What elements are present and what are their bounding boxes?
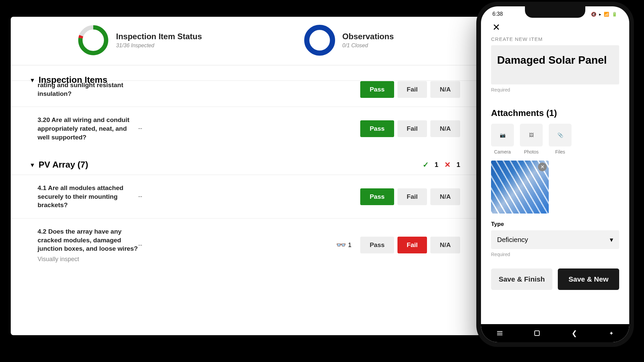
files-button[interactable]: 📎 Files [549, 124, 572, 155]
back-icon[interactable]: ❮ [572, 329, 577, 337]
observations-title: Observations [342, 32, 394, 41]
item-title-text: Damaged Solar Panel [497, 54, 613, 66]
question-text: rating and sunlight resistant insulation… [38, 81, 138, 98]
observation-indicator[interactable]: 👓 1 [336, 240, 352, 250]
create-item-label: CREATE NEW ITEM [491, 36, 619, 42]
na-button[interactable]: N/A [430, 237, 460, 253]
fail-count: 1 [457, 161, 460, 169]
pass-count: 1 [435, 161, 438, 169]
recents-icon[interactable] [497, 331, 502, 335]
fail-button[interactable]: Fail [397, 188, 427, 205]
camera-icon: 📷 [500, 132, 505, 138]
close-icon[interactable]: ✕ [491, 20, 501, 34]
save-finish-button[interactable]: Save & Finish [491, 268, 552, 290]
inspection-status-donut [78, 25, 109, 56]
row-dash: -- [138, 242, 178, 249]
home-icon[interactable] [534, 330, 540, 336]
android-navbar: ❮ ✦ [481, 324, 629, 342]
phone-notch [525, 6, 585, 18]
row-dash: -- [138, 125, 178, 132]
na-button[interactable]: N/A [430, 188, 460, 205]
observations-donut [304, 25, 335, 56]
section-title: PV Array (7) [39, 160, 88, 170]
x-icon: ✕ [444, 161, 450, 169]
required-label: Required [491, 87, 619, 93]
inspection-row: 4.2 Does the array have any cracked modu… [11, 218, 480, 272]
image-icon: 🖼 [529, 132, 534, 138]
question-text: 4.2 Does the array have any cracked modu… [38, 227, 138, 253]
type-label: Type [491, 221, 619, 228]
inspection-panel: Inspection Item Status 31/36 Inspected O… [11, 17, 480, 335]
inspection-row: 3.20 Are all wiring and conduit appropri… [11, 107, 480, 150]
type-select[interactable]: Deficiency ▾ [491, 230, 619, 249]
inspection-status-block: Inspection Item Status 31/36 Inspected [78, 25, 202, 56]
photos-button[interactable]: 🖼 Photos [520, 124, 543, 155]
accessibility-icon[interactable]: ✦ [609, 330, 613, 337]
na-button[interactable]: N/A [430, 120, 460, 137]
inspection-row: 4.1 Are all modules attached securely to… [11, 175, 480, 218]
item-title-input[interactable]: Damaged Solar Panel [491, 45, 619, 84]
pass-button[interactable]: Pass [360, 237, 394, 253]
inspection-status-title: Inspection Item Status [116, 32, 202, 41]
required-label: Required [491, 252, 619, 257]
svg-point-3 [307, 27, 332, 53]
pass-button[interactable]: Pass [360, 120, 394, 137]
observation-count: 1 [348, 241, 352, 249]
paperclip-icon: 📎 [557, 132, 563, 138]
observations-block: Observations 0/1 Closed [304, 25, 394, 56]
chevron-down-icon: ▾ [31, 76, 34, 84]
na-button[interactable]: N/A [430, 81, 460, 98]
checkmark-icon: ✓ [423, 161, 429, 169]
pass-button[interactable]: Pass [360, 81, 394, 98]
inspection-status-sub: 31/36 Inspected [116, 43, 202, 49]
binoculars-icon: 👓 [336, 240, 346, 250]
statusbar-time: 6:38 [492, 11, 503, 17]
attachment-thumbnail[interactable]: ✕ [491, 161, 549, 214]
mobile-device-frame: 6:38 🔇 ▸ 📶 🔋 ✕ CREATE NEW ITEM Damaged S… [476, 2, 634, 347]
mobile-screen: 6:38 🔇 ▸ 📶 🔋 ✕ CREATE NEW ITEM Damaged S… [481, 6, 629, 342]
statusbar-icons: 🔇 ▸ 📶 🔋 [591, 12, 618, 17]
question-text: 3.20 Are all wiring and conduit appropri… [38, 116, 138, 141]
fail-button[interactable]: Fail [397, 81, 427, 98]
att-label: Camera [494, 149, 511, 155]
att-label: Files [555, 149, 565, 155]
delete-attachment-icon[interactable]: ✕ [538, 163, 547, 171]
attachments-heading: Attachments (1) [491, 108, 619, 118]
row-dash: -- [138, 193, 178, 200]
question-text: 4.1 Are all modules attached securely to… [38, 184, 138, 209]
type-value: Deficiency [497, 236, 528, 244]
pass-button[interactable]: Pass [360, 188, 394, 205]
helper-text: Visually inspect [38, 256, 138, 263]
observations-sub: 0/1 Closed [342, 43, 394, 49]
fail-button[interactable]: Fail [397, 237, 427, 253]
fail-button[interactable]: Fail [397, 120, 427, 137]
status-row: Inspection Item Status 31/36 Inspected O… [11, 17, 480, 65]
chevron-down-icon: ▾ [31, 161, 34, 169]
chevron-down-icon: ▾ [610, 236, 613, 244]
section-pv-array[interactable]: ▾ PV Array (7) ✓ 1 ✕ 1 [11, 150, 480, 175]
att-label: Photos [524, 149, 539, 155]
inspection-row: rating and sunlight resistant insulation… [11, 80, 480, 107]
save-new-button[interactable]: Save & New [558, 268, 619, 290]
section-summary: ✓ 1 ✕ 1 [423, 161, 460, 169]
camera-button[interactable]: 📷 Camera [491, 124, 514, 155]
